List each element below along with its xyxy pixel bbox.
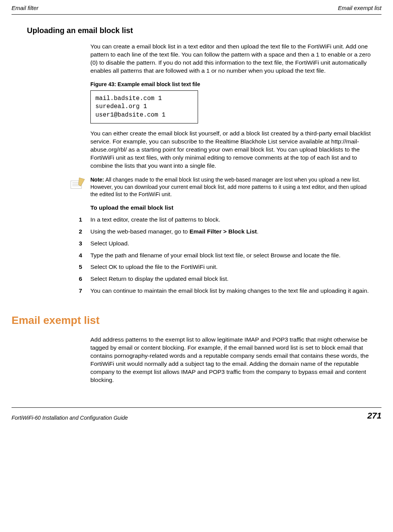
header-left: Email filter [12, 5, 38, 11]
step-1: 1 In a text editor, create the list of p… [79, 216, 374, 224]
note-body: All changes made to the email block list… [90, 177, 366, 197]
step-num: 5 [79, 263, 90, 271]
para-exempt: Add address patterns to the exempt list … [90, 336, 374, 384]
step-text: Using the web-based manager, go to Email… [90, 228, 374, 236]
page-header: Email filter Email exempt list [12, 5, 381, 15]
step-7: 7 You can continue to maintain the email… [79, 287, 374, 295]
page-number: 271 [367, 411, 381, 421]
footer-left: FortiWiFi-60 Installation and Configurat… [12, 415, 128, 421]
step-text: Select OK to upload the file to the Fort… [90, 263, 374, 271]
step-num: 3 [79, 240, 90, 248]
para-upload-1: You can create a email block list in a t… [90, 43, 374, 75]
chapter-heading-exempt: Email exempt list [12, 314, 381, 327]
section-heading-upload: Uploading an email block list [27, 26, 381, 35]
step-6: 6 Select Return to display the updated e… [79, 275, 374, 283]
step-num: 6 [79, 275, 90, 283]
step-text: In a text editor, create the list of pat… [90, 216, 374, 224]
procedure-title: To upload the email block list [90, 204, 381, 211]
step-num: 2 [79, 228, 90, 236]
step-2: 2 Using the web-based manager, go to Ema… [79, 228, 374, 236]
note: Note: All changes made to the email bloc… [69, 176, 374, 198]
step-3: 3 Select Upload. [79, 240, 374, 248]
note-icon [69, 177, 87, 192]
step-text: Type the path and filename of your email… [90, 252, 374, 260]
para-upload-2: You can either create the email block li… [90, 130, 374, 170]
step-num: 7 [79, 287, 90, 295]
step-text: Select Return to display the updated ema… [90, 275, 374, 283]
note-label: Note: [90, 177, 104, 183]
step-5: 5 Select OK to upload the file to the Fo… [79, 263, 374, 271]
note-text: Note: All changes made to the email bloc… [90, 176, 374, 198]
code-box: mail.badsite.com 1 suredeal.org 1 user1@… [90, 90, 198, 124]
figure-caption: Figure 43: Example email block list text… [90, 81, 381, 87]
page: Email filter Email exempt list Uploading… [0, 0, 393, 429]
step-4: 4 Type the path and filename of your ema… [79, 252, 374, 260]
page-footer: FortiWiFi-60 Installation and Configurat… [12, 407, 381, 421]
step-text: Select Upload. [90, 240, 374, 248]
step-num: 4 [79, 252, 90, 260]
header-right: Email exempt list [338, 5, 381, 11]
step-num: 1 [79, 216, 90, 224]
step-text: You can continue to maintain the email b… [90, 287, 374, 295]
